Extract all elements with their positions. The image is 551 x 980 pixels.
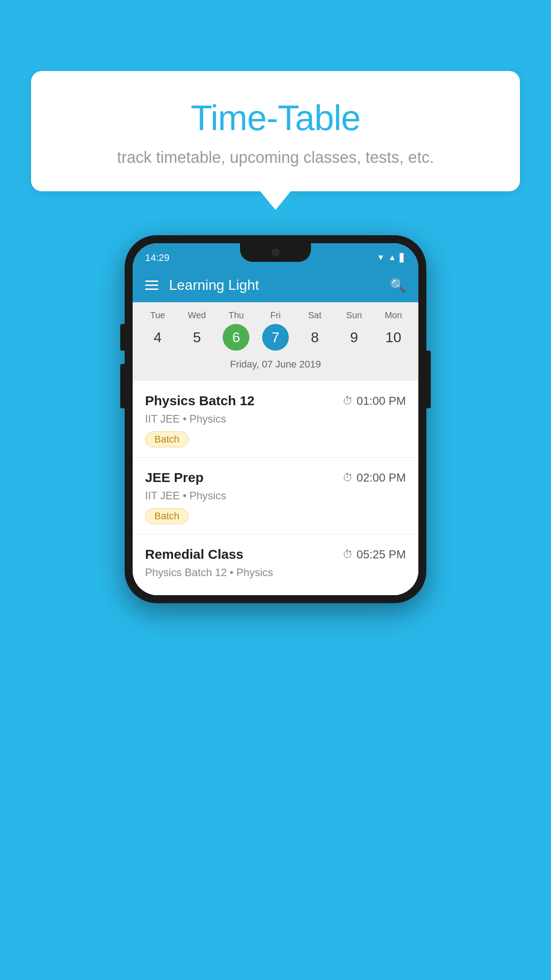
schedule-item-0[interactable]: Physics Batch 12⏱01:00 PMIIT JEE • Physi… [133, 381, 418, 458]
item-time: ⏱01:00 PM [342, 394, 406, 408]
day-number: 6 [223, 324, 249, 351]
item-meta: IIT JEE • Physics [145, 413, 406, 425]
bubble-title: Time-Table [53, 98, 498, 138]
schedule-item-1[interactable]: JEE Prep⏱02:00 PMIIT JEE • PhysicsBatch [133, 458, 418, 534]
day-number: 8 [302, 324, 328, 351]
date-label: Friday, 07 June 2019 [133, 355, 418, 376]
day-cell-10[interactable]: Mon10 [375, 310, 412, 351]
schedule-list: Physics Batch 12⏱01:00 PMIIT JEE • Physi… [133, 381, 418, 595]
day-number: 4 [144, 324, 171, 351]
item-title: JEE Prep [145, 470, 204, 485]
day-cell-6[interactable]: Thu6 [218, 310, 254, 351]
signal-icon: ▲ [388, 253, 396, 262]
hamburger-line3 [145, 288, 158, 290]
day-name: Tue [150, 310, 165, 320]
batch-badge: Batch [145, 508, 189, 524]
time-text: 01:00 PM [357, 394, 406, 408]
day-name: Wed [188, 310, 206, 320]
phone-screen: 14:29 ▼ ▲ ▋ Learning Light 🔍 [133, 243, 418, 595]
batch-badge: Batch [145, 431, 189, 447]
item-time: ⏱02:00 PM [342, 471, 406, 485]
day-name: Fri [270, 310, 280, 320]
schedule-item-2[interactable]: Remedial Class⏱05:25 PMPhysics Batch 12 … [133, 534, 418, 595]
day-cell-8[interactable]: Sat8 [297, 310, 333, 351]
item-header: JEE Prep⏱02:00 PM [145, 470, 406, 485]
day-cell-4[interactable]: Tue4 [139, 310, 176, 351]
battery-icon: ▋ [400, 253, 406, 263]
day-row: Tue4Wed5Thu6Fri7Sat8Sun9Mon10 [133, 310, 418, 351]
time-text: 05:25 PM [357, 548, 406, 561]
day-number: 10 [380, 324, 407, 351]
phone-mockup: 14:29 ▼ ▲ ▋ Learning Light 🔍 [125, 235, 426, 603]
phone-button-left2 [120, 364, 125, 408]
phone-button-left1 [120, 324, 125, 351]
clock-icon: ⏱ [342, 395, 353, 407]
wifi-icon: ▼ [377, 253, 385, 262]
day-name: Mon [385, 310, 402, 320]
item-header: Physics Batch 12⏱01:00 PM [145, 393, 406, 408]
hamburger-line1 [145, 281, 158, 282]
phone-notch [240, 243, 311, 262]
day-number: 9 [341, 324, 367, 351]
day-cell-9[interactable]: Sun9 [336, 310, 372, 351]
app-title: Learning Light [169, 277, 379, 293]
app-bar: Learning Light 🔍 [133, 268, 418, 302]
item-meta: Physics Batch 12 • Physics [145, 566, 406, 579]
day-name: Sun [346, 310, 362, 320]
calendar-strip: Tue4Wed5Thu6Fri7Sat8Sun9Mon10 Friday, 07… [133, 302, 418, 381]
day-name: Thu [228, 310, 244, 320]
phone-camera [272, 249, 279, 257]
item-header: Remedial Class⏱05:25 PM [145, 547, 406, 562]
speech-bubble: Time-Table track timetable, upcoming cla… [31, 71, 520, 191]
day-number: 5 [184, 324, 210, 351]
day-cell-7[interactable]: Fri7 [257, 310, 294, 351]
clock-icon: ⏱ [342, 471, 353, 484]
search-icon[interactable]: 🔍 [390, 277, 406, 293]
day-number: 7 [262, 324, 289, 351]
hamburger-line2 [145, 285, 158, 286]
phone-button-right [426, 351, 431, 408]
status-time: 14:29 [145, 252, 169, 264]
clock-icon: ⏱ [342, 548, 353, 561]
hamburger-menu-icon[interactable] [145, 281, 158, 290]
day-name: Sat [308, 310, 322, 320]
bubble-subtitle: track timetable, upcoming classes, tests… [53, 148, 498, 167]
item-meta: IIT JEE • Physics [145, 490, 406, 502]
item-title: Remedial Class [145, 547, 244, 562]
time-text: 02:00 PM [357, 471, 406, 485]
status-icons: ▼ ▲ ▋ [377, 253, 406, 263]
phone-outer: 14:29 ▼ ▲ ▋ Learning Light 🔍 [125, 235, 426, 603]
item-time: ⏱05:25 PM [342, 548, 406, 561]
item-title: Physics Batch 12 [145, 393, 255, 408]
day-cell-5[interactable]: Wed5 [179, 310, 215, 351]
